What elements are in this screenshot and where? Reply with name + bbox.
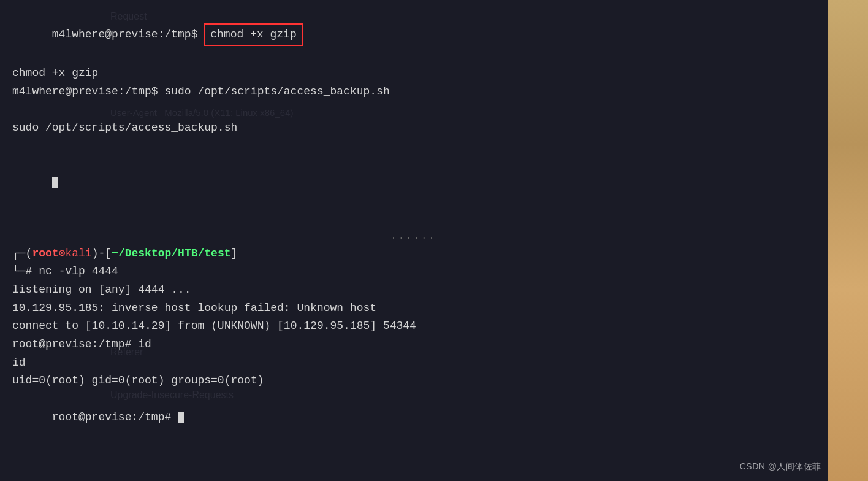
terminal-content: m4lwhere@previse:/tmp$ chmod +x gzip chm…: [0, 0, 828, 450]
line-id-output: id: [12, 354, 815, 372]
line-sudo-output: sudo /opt/scripts/access_backup.sh: [12, 119, 815, 137]
final-cursor: [178, 412, 184, 423]
line-id-prompt: root@previse:/tmp# id: [12, 336, 815, 354]
dots-separator: ......: [12, 228, 815, 244]
line-chmod-prompt: m4lwhere@previse:/tmp$ chmod +x gzip: [12, 5, 815, 64]
kali-command-line: └─# nc -vlp 4444: [12, 263, 815, 281]
prompt-corner: ┌─(: [12, 245, 32, 263]
kali-prompt-line: ┌─(root⊗kali)-[~/Desktop/HTB/test]: [12, 245, 815, 263]
line-uid-output: uid=0(root) gid=0(root) groups=0(root): [12, 372, 815, 390]
line-chmod-output: chmod +x gzip: [12, 64, 815, 83]
prompt-skull-icon: ⊗: [59, 245, 66, 263]
terminal-area: Request User-Agent Mozilla/5.0 (X11; Lin…: [0, 0, 828, 481]
line-connect: connect to [10.10.14.29] from (UNKNOWN) …: [12, 317, 815, 336]
sidebar-right: [828, 0, 868, 481]
highlighted-command: chmod +x gzip: [204, 23, 302, 47]
prompt-close-bracket: ]: [231, 245, 238, 263]
final-prompt-text: root@previse:/tmp#: [52, 411, 178, 423]
blank-line-2: [12, 137, 815, 156]
line-final-prompt: root@previse:/tmp#: [12, 390, 815, 445]
terminal-cursor: [52, 177, 58, 188]
nc-command: nc -vlp 4444: [32, 263, 118, 281]
prompt-text-1: m4lwhere@previse:/tmp$: [52, 28, 204, 40]
line-listening: listening on [any] 4444 ...: [12, 281, 815, 299]
blank-line-1: [12, 101, 815, 119]
prompt-hash: #: [26, 263, 32, 281]
prompt-line-char: └─: [12, 263, 26, 281]
prompt-kali-text: kali: [65, 245, 91, 263]
line-sudo-prompt: m4lwhere@previse:/tmp$ sudo /opt/scripts…: [12, 83, 815, 101]
csdn-watermark: CSDN @人间体佐菲: [740, 461, 821, 472]
blank-line-3: [12, 210, 815, 229]
line-inverse-lookup: 10.129.95.185: inverse host lookup faile…: [12, 299, 815, 318]
line-cursor-block: [12, 156, 815, 210]
prompt-directory: ~/Desktop/HTB/test: [112, 245, 230, 263]
prompt-root-text: root: [32, 245, 58, 263]
prompt-right-bracket: )-[: [92, 245, 112, 263]
